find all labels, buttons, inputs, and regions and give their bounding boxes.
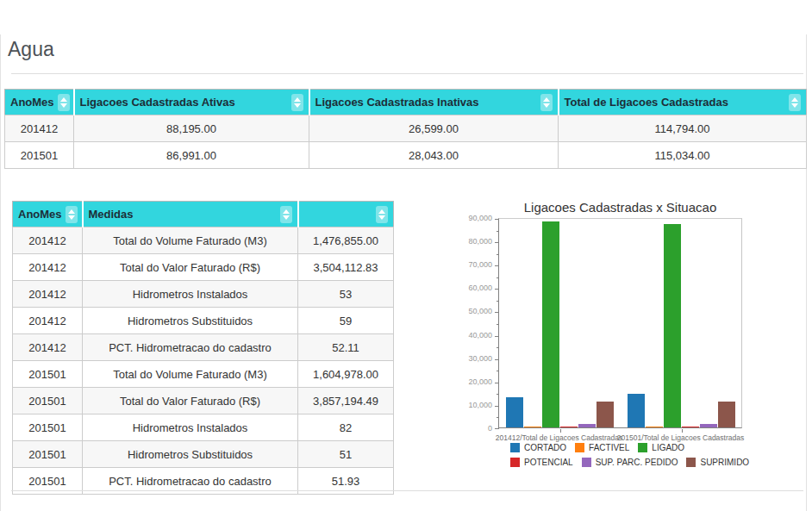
bar-cortado-1	[628, 394, 645, 427]
dashboard-page: Agua AnoMesLigacoes Cadastradas AtivasLi…	[0, 0, 812, 511]
table-row: 20141288,195.0026,599.00114,794.00	[5, 115, 807, 142]
page-title: Agua	[8, 38, 54, 61]
sort-icon[interactable]	[376, 206, 388, 223]
table-cell: Hidrometros Substituidos	[83, 308, 298, 334]
y-axis-minor-tick	[497, 347, 499, 348]
legend-label: POTENCIAL	[524, 458, 573, 467]
table-cell: Total do Valor Faturado (R$)	[83, 388, 298, 414]
legend-item-factivel: FACTIVEL	[575, 443, 629, 452]
table-row: 201412Hidrometros Instalados53	[13, 281, 394, 308]
title-divider	[11, 73, 803, 74]
table-cell: 201412	[13, 227, 83, 254]
y-axis-minor-tick	[497, 277, 499, 278]
table-cell: Hidrometros Substituidos	[83, 441, 298, 468]
table-cell: 28,043.00	[309, 142, 559, 169]
table-cell: Hidrometros Instalados	[83, 281, 298, 308]
legend-swatch	[510, 443, 520, 452]
table-cell: 51	[298, 441, 394, 468]
table-cell: 201412	[13, 281, 83, 308]
legend-label: FACTIVEL	[589, 443, 629, 452]
legend-label: SUP. PARC. PEDIDO	[596, 458, 678, 467]
table-cell: 201501	[13, 388, 83, 414]
bar-sup-parc-pedido-1	[700, 424, 717, 427]
y-axis-tick-label: 80,000	[457, 237, 492, 246]
column-header-label: AnoMes	[18, 208, 62, 221]
column-header-label: Total de Ligacoes Cadastradas	[565, 96, 729, 109]
legend-item-suprimido: SUPRIMIDO	[686, 458, 749, 467]
table-cell: 201501	[5, 142, 74, 169]
y-axis-minor-tick	[497, 231, 499, 232]
table-cell: Total do Volume Faturado (M3)	[83, 227, 298, 254]
bar-chart: Ligacoes Cadastradas x Situacao 010,0002…	[457, 198, 776, 483]
y-axis-tick-label: 50,000	[457, 307, 492, 315]
legend-swatch	[510, 458, 520, 467]
table-cell: 3,857,194.49	[298, 388, 394, 414]
table-cell: 201501	[13, 414, 83, 441]
table-cell: 52.11	[298, 334, 394, 361]
table-cell: Hidrometros Instalados	[83, 414, 298, 441]
x-axis-tick-label: 201501/Total de Ligacoes Cadastradas	[608, 433, 754, 442]
table-row: 201501Hidrometros Substituidos51	[13, 441, 394, 468]
table-cell: 53	[298, 281, 394, 308]
table-row: 201501Hidrometros Instalados82	[13, 414, 394, 441]
bar-potencial-1	[682, 427, 699, 427]
table-cell: Total do Valor Faturado (R$)	[83, 254, 298, 281]
y-axis-tick-label: 10,000	[457, 401, 492, 409]
sort-icon[interactable]	[58, 94, 70, 111]
bar-factivel-1	[646, 427, 663, 427]
legend-label: LIGADO	[652, 443, 684, 452]
column-header-label: Ligacoes Cadastradas Inativas	[315, 96, 479, 109]
table-cell: PCT. Hidrometracao do cadastro	[83, 334, 298, 361]
y-axis-minor-tick	[497, 324, 499, 325]
legend-swatch	[582, 458, 591, 467]
bar-factivel-0	[524, 427, 541, 427]
sort-icon[interactable]	[789, 94, 801, 111]
column-header-summary-1[interactable]: Ligacoes Cadastradas Ativas	[74, 90, 309, 115]
y-axis-tick-label: 60,000	[457, 284, 492, 292]
table-cell: 201412	[5, 115, 74, 142]
y-axis-major-tick	[495, 219, 499, 220]
chart-title: Ligacoes Cadastradas x Situacao	[498, 200, 742, 215]
x-axis-tick	[560, 429, 561, 433]
table-cell: 86,991.00	[74, 142, 309, 169]
column-header-summary-3[interactable]: Total de Ligacoes Cadastradas	[559, 90, 807, 115]
column-header-summary-2[interactable]: Ligacoes Cadastradas Inativas	[309, 90, 559, 115]
legend-label: SUPRIMIDO	[700, 458, 749, 467]
table-cell: 82	[298, 414, 394, 441]
legend-item-potencial: POTENCIAL	[510, 458, 573, 467]
column-header-summary-0[interactable]: AnoMes	[5, 90, 74, 115]
column-header-label: Ligacoes Cadastradas Ativas	[80, 96, 235, 109]
y-axis-minor-tick	[497, 417, 499, 418]
legend-swatch	[638, 443, 647, 452]
section-divider	[11, 490, 803, 491]
sort-icon[interactable]	[540, 94, 553, 111]
column-header-measures-0[interactable]: AnoMes	[13, 202, 83, 227]
sort-icon[interactable]	[280, 206, 292, 223]
bar-ligado-0	[542, 221, 559, 427]
y-axis-tick-label: 20,000	[457, 377, 492, 386]
y-axis-major-tick	[495, 312, 499, 313]
y-axis-major-tick	[495, 359, 499, 360]
legend-item-ligado: LIGADO	[638, 443, 684, 452]
bar-suprimido-1	[718, 402, 735, 427]
bar-potencial-0	[560, 427, 578, 427]
table-row: 20150186,991.0028,043.00115,034.00	[5, 142, 807, 169]
table-cell: 26,599.00	[309, 115, 559, 142]
y-axis-major-tick	[495, 265, 499, 266]
table-row: 201501Total do Valor Faturado (R$)3,857,…	[13, 388, 394, 414]
y-axis-major-tick	[495, 428, 499, 429]
medidas-table: AnoMesMedidas201412Total do Volume Fatur…	[12, 201, 394, 495]
y-axis-major-tick	[495, 336, 499, 337]
sort-icon[interactable]	[291, 94, 303, 111]
column-header-measures-1[interactable]: Medidas	[83, 202, 298, 227]
chart-legend: CORTADOFACTIVELLIGADOPOTENCIALSUP. PARC.…	[510, 443, 753, 467]
table-cell: 1,476,855.00	[298, 227, 394, 254]
sort-icon[interactable]	[66, 206, 78, 223]
table-cell: 88,195.00	[74, 115, 309, 142]
table-row: 201412Total do Volume Faturado (M3)1,476…	[13, 227, 394, 254]
table-cell: 3,504,112.83	[298, 254, 394, 281]
y-axis-minor-tick	[497, 254, 499, 255]
column-header-measures-2[interactable]	[298, 202, 394, 227]
y-axis-minor-tick	[497, 394, 499, 395]
y-axis-tick-label: 40,000	[457, 331, 492, 340]
